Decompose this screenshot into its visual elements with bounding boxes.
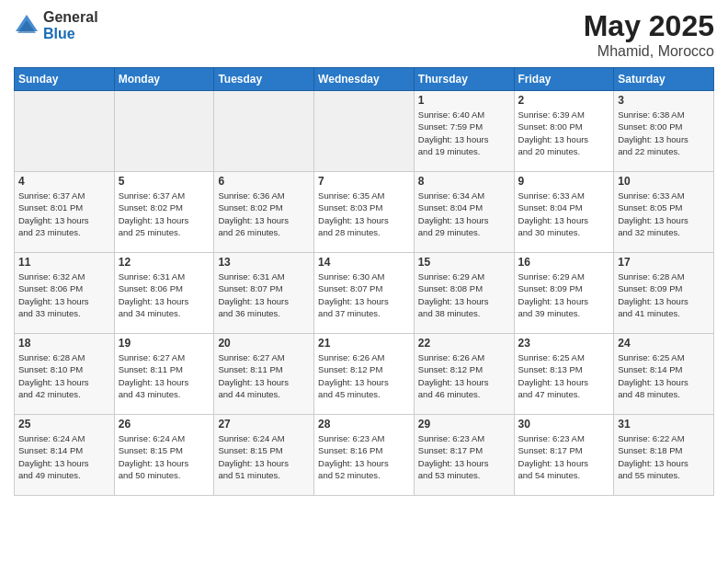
th-tuesday: Tuesday	[214, 68, 314, 91]
day-number: 26	[119, 418, 210, 431]
day-info: Sunrise: 6:36 AM Sunset: 8:02 PM Dayligh…	[218, 190, 310, 238]
header-row: Sunday Monday Tuesday Wednesday Thursday…	[15, 68, 714, 91]
calendar-cell: 4Sunrise: 6:37 AM Sunset: 8:01 PM Daylig…	[15, 172, 115, 253]
calendar-cell: 18Sunrise: 6:28 AM Sunset: 8:10 PM Dayli…	[15, 334, 115, 415]
th-sunday: Sunday	[15, 68, 115, 91]
calendar-week-1: 1Sunrise: 6:40 AM Sunset: 7:59 PM Daylig…	[15, 91, 714, 172]
day-info: Sunrise: 6:27 AM Sunset: 8:11 PM Dayligh…	[218, 351, 310, 400]
day-number: 1	[418, 94, 510, 107]
calendar-week-5: 25Sunrise: 6:24 AM Sunset: 8:14 PM Dayli…	[15, 415, 714, 496]
calendar-cell: 15Sunrise: 6:29 AM Sunset: 8:08 PM Dayli…	[414, 253, 514, 334]
day-info: Sunrise: 6:28 AM Sunset: 8:10 PM Dayligh…	[18, 351, 110, 400]
calendar-cell: 2Sunrise: 6:39 AM Sunset: 8:00 PM Daylig…	[514, 91, 614, 172]
th-wednesday: Wednesday	[314, 68, 415, 91]
calendar-cell: 11Sunrise: 6:32 AM Sunset: 8:06 PM Dayli…	[15, 253, 115, 334]
day-number: 15	[418, 256, 510, 269]
calendar-cell: 14Sunrise: 6:30 AM Sunset: 8:07 PM Dayli…	[314, 253, 415, 334]
calendar-cell: 1Sunrise: 6:40 AM Sunset: 7:59 PM Daylig…	[414, 91, 514, 172]
day-number: 29	[418, 418, 510, 431]
day-info: Sunrise: 6:31 AM Sunset: 8:07 PM Dayligh…	[218, 270, 310, 319]
calendar-table: Sunday Monday Tuesday Wednesday Thursday…	[14, 67, 714, 496]
calendar-cell: 23Sunrise: 6:25 AM Sunset: 8:13 PM Dayli…	[514, 334, 614, 415]
day-number: 4	[18, 175, 110, 188]
header: General Blue May 2025 Mhamid, Morocco	[14, 9, 714, 60]
calendar-cell: 16Sunrise: 6:29 AM Sunset: 8:09 PM Dayli…	[514, 253, 614, 334]
day-info: Sunrise: 6:25 AM Sunset: 8:14 PM Dayligh…	[618, 351, 710, 400]
day-info: Sunrise: 6:29 AM Sunset: 8:09 PM Dayligh…	[518, 270, 610, 319]
day-info: Sunrise: 6:37 AM Sunset: 8:02 PM Dayligh…	[119, 190, 210, 238]
calendar-cell: 26Sunrise: 6:24 AM Sunset: 8:15 PM Dayli…	[114, 415, 214, 496]
day-number: 17	[618, 256, 710, 269]
calendar-cell: 17Sunrise: 6:28 AM Sunset: 8:09 PM Dayli…	[614, 253, 714, 334]
calendar-cell: 19Sunrise: 6:27 AM Sunset: 8:11 PM Dayli…	[114, 334, 214, 415]
calendar-cell: 7Sunrise: 6:35 AM Sunset: 8:03 PM Daylig…	[314, 172, 415, 253]
calendar-cell: 9Sunrise: 6:33 AM Sunset: 8:04 PM Daylig…	[514, 172, 614, 253]
th-friday: Friday	[514, 68, 614, 91]
day-info: Sunrise: 6:22 AM Sunset: 8:18 PM Dayligh…	[618, 432, 710, 481]
calendar-cell: 29Sunrise: 6:23 AM Sunset: 8:17 PM Dayli…	[414, 415, 514, 496]
calendar-cell	[314, 91, 415, 172]
day-info: Sunrise: 6:25 AM Sunset: 8:13 PM Dayligh…	[518, 351, 610, 400]
title-block: May 2025 Mhamid, Morocco	[584, 9, 714, 60]
calendar-cell: 24Sunrise: 6:25 AM Sunset: 8:14 PM Dayli…	[614, 334, 714, 415]
day-info: Sunrise: 6:31 AM Sunset: 8:06 PM Dayligh…	[119, 270, 210, 319]
location: Mhamid, Morocco	[584, 43, 714, 60]
day-number: 21	[318, 337, 410, 350]
day-number: 20	[218, 337, 310, 350]
logo-blue: Blue	[43, 26, 98, 42]
calendar-header: Sunday Monday Tuesday Wednesday Thursday…	[15, 68, 714, 91]
calendar-cell: 6Sunrise: 6:36 AM Sunset: 8:02 PM Daylig…	[214, 172, 314, 253]
day-info: Sunrise: 6:33 AM Sunset: 8:04 PM Dayligh…	[518, 190, 610, 238]
calendar-cell	[214, 91, 314, 172]
day-number: 23	[518, 337, 610, 350]
calendar-cell: 27Sunrise: 6:24 AM Sunset: 8:15 PM Dayli…	[214, 415, 314, 496]
day-info: Sunrise: 6:30 AM Sunset: 8:07 PM Dayligh…	[318, 270, 410, 319]
day-number: 12	[119, 256, 210, 269]
day-number: 11	[18, 256, 110, 269]
day-number: 3	[618, 94, 710, 107]
month-title: May 2025	[584, 9, 714, 43]
day-number: 18	[18, 337, 110, 350]
day-info: Sunrise: 6:26 AM Sunset: 8:12 PM Dayligh…	[318, 351, 410, 400]
day-info: Sunrise: 6:35 AM Sunset: 8:03 PM Dayligh…	[318, 190, 410, 238]
day-number: 16	[518, 256, 610, 269]
th-saturday: Saturday	[614, 68, 714, 91]
logo-icon	[14, 13, 40, 39]
day-number: 2	[518, 94, 610, 107]
logo-text: General Blue	[43, 9, 98, 41]
day-number: 24	[618, 337, 710, 350]
day-info: Sunrise: 6:38 AM Sunset: 8:00 PM Dayligh…	[618, 109, 710, 157]
calendar-cell: 28Sunrise: 6:23 AM Sunset: 8:16 PM Dayli…	[314, 415, 415, 496]
calendar-cell: 13Sunrise: 6:31 AM Sunset: 8:07 PM Dayli…	[214, 253, 314, 334]
calendar-cell: 10Sunrise: 6:33 AM Sunset: 8:05 PM Dayli…	[614, 172, 714, 253]
calendar-cell: 20Sunrise: 6:27 AM Sunset: 8:11 PM Dayli…	[214, 334, 314, 415]
day-number: 30	[518, 418, 610, 431]
day-info: Sunrise: 6:26 AM Sunset: 8:12 PM Dayligh…	[418, 351, 510, 400]
th-thursday: Thursday	[414, 68, 514, 91]
calendar-cell: 5Sunrise: 6:37 AM Sunset: 8:02 PM Daylig…	[114, 172, 214, 253]
calendar-cell: 21Sunrise: 6:26 AM Sunset: 8:12 PM Dayli…	[314, 334, 415, 415]
day-info: Sunrise: 6:29 AM Sunset: 8:08 PM Dayligh…	[418, 270, 510, 319]
day-info: Sunrise: 6:24 AM Sunset: 8:15 PM Dayligh…	[119, 432, 210, 481]
day-number: 10	[618, 175, 710, 188]
day-number: 9	[518, 175, 610, 188]
calendar-cell	[15, 91, 115, 172]
day-info: Sunrise: 6:34 AM Sunset: 8:04 PM Dayligh…	[418, 190, 510, 238]
calendar-cell: 12Sunrise: 6:31 AM Sunset: 8:06 PM Dayli…	[114, 253, 214, 334]
th-monday: Monday	[114, 68, 214, 91]
day-number: 25	[18, 418, 110, 431]
day-number: 6	[218, 175, 310, 188]
day-number: 8	[418, 175, 510, 188]
calendar-week-3: 11Sunrise: 6:32 AM Sunset: 8:06 PM Dayli…	[15, 253, 714, 334]
logo-general: General	[43, 9, 98, 26]
day-info: Sunrise: 6:33 AM Sunset: 8:05 PM Dayligh…	[618, 190, 710, 238]
day-number: 31	[618, 418, 710, 431]
day-info: Sunrise: 6:23 AM Sunset: 8:17 PM Dayligh…	[518, 432, 610, 481]
calendar-week-2: 4Sunrise: 6:37 AM Sunset: 8:01 PM Daylig…	[15, 172, 714, 253]
day-number: 19	[119, 337, 210, 350]
calendar-cell: 3Sunrise: 6:38 AM Sunset: 8:00 PM Daylig…	[614, 91, 714, 172]
calendar-cell: 8Sunrise: 6:34 AM Sunset: 8:04 PM Daylig…	[414, 172, 514, 253]
day-number: 5	[119, 175, 210, 188]
day-number: 27	[218, 418, 310, 431]
day-info: Sunrise: 6:28 AM Sunset: 8:09 PM Dayligh…	[618, 270, 710, 319]
